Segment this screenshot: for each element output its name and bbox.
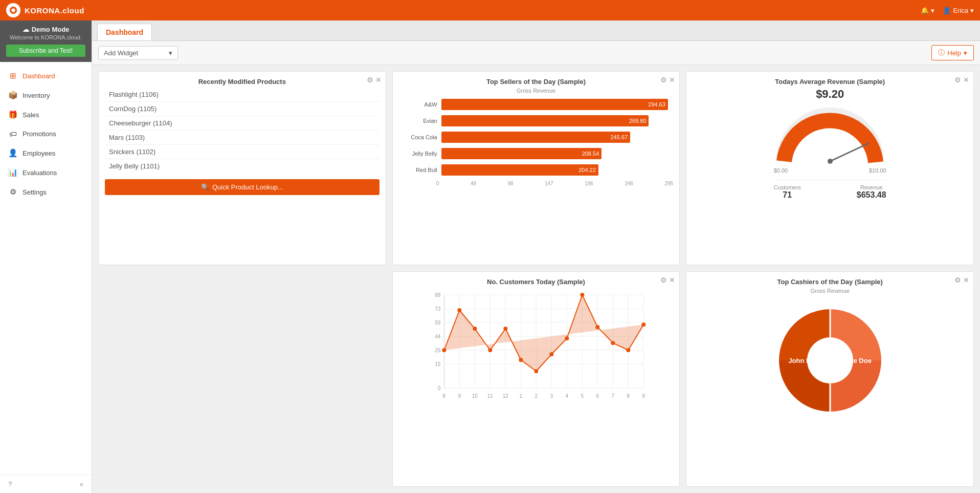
axis-label: 196 — [585, 181, 593, 186]
axis-label: 147 — [545, 181, 553, 186]
bar-container: 208.54 — [441, 148, 669, 159]
sidebar-label-settings: Settings — [23, 188, 47, 196]
svg-point-40 — [549, 352, 553, 356]
svg-point-43 — [595, 325, 599, 329]
bar-value: 208.54 — [582, 151, 599, 157]
sidebar-item-inventory[interactable]: 📦 Inventory — [0, 85, 92, 105]
sales-icon: 🎁 — [8, 110, 17, 119]
list-item: Flashlight (1106) — [105, 88, 380, 102]
bar-fill: 208.54 — [441, 148, 602, 159]
widget-topsellers-subtitle: Gross Revenue — [399, 88, 674, 94]
cloud-icon: ☁ — [23, 26, 29, 33]
widget-cashiers-settings[interactable]: ⚙ — [954, 276, 961, 284]
widget-customers: ⚙ ✕ No. Customers Today (Sample) 88 73 5… — [392, 271, 680, 487]
svg-point-36 — [488, 348, 492, 352]
user-arrow: ▾ — [970, 7, 974, 14]
sidebar-label-sales: Sales — [23, 111, 39, 119]
widget-top-cashiers: ⚙ ✕ Top Cashiers of the Day (Sample) Gro… — [686, 271, 974, 487]
notification-button[interactable]: 🔔 ▾ — [921, 7, 934, 14]
bar-fill: 245.67 — [441, 132, 630, 143]
sidebar-item-evaluations[interactable]: 📊 Evaluations — [0, 163, 92, 182]
gauge-container: $9.20 $0.00 $10.00 — [693, 88, 967, 200]
notification-arrow: ▾ — [931, 7, 934, 14]
svg-text:88: 88 — [435, 292, 441, 298]
bell-icon: 🔔 — [921, 7, 929, 14]
quick-lookup-label: Quick Product Lookup... — [212, 183, 283, 191]
widget-recent-title: Recently Modified Products — [105, 78, 380, 85]
svg-point-39 — [534, 369, 538, 373]
widget-revenue-close[interactable]: ✕ — [963, 76, 969, 84]
collapse-button[interactable]: « — [80, 480, 83, 488]
widget-revenue: ⚙ ✕ Todays Average Revenue (Sample) $9.2… — [686, 71, 974, 265]
widget-revenue-title: Todays Average Revenue (Sample) — [693, 78, 967, 85]
gauge-svg — [774, 105, 886, 166]
bar-label: Evian — [404, 118, 437, 124]
dashboard-icon: ⊞ — [8, 71, 17, 80]
svg-point-3 — [828, 159, 833, 164]
help-button[interactable]: ⓘ Help ▾ — [931, 45, 974, 60]
svg-text:5: 5 — [581, 393, 584, 399]
promotions-icon: 🏷 — [8, 130, 17, 138]
axis-label: 246 — [625, 181, 633, 186]
widget-topsellers-title: Top Sellers of the Day (Sample) — [399, 78, 674, 85]
widget-cashiers-subtitle: Gross Revenue — [693, 288, 967, 294]
sidebar-label-inventory: Inventory — [23, 92, 50, 99]
sidebar-label-employees: Employees — [23, 149, 55, 157]
widget-recent-settings[interactable]: ⚙ — [367, 76, 373, 84]
user-menu-button[interactable]: 👤 Erica ▾ — [943, 7, 974, 14]
sidebar-item-sales[interactable]: 🎁 Sales — [0, 105, 92, 124]
bar-fill: 204.22 — [441, 164, 598, 176]
tab-dashboard[interactable]: Dashboard — [97, 24, 152, 40]
demo-title: ☁ Demo Mode — [6, 26, 85, 33]
revenue-stat: Revenue $653.48 — [857, 184, 886, 200]
widget-recent-close[interactable]: ✕ — [375, 76, 382, 84]
add-widget-label: Add Widget — [104, 49, 138, 57]
svg-text:7: 7 — [611, 393, 614, 399]
main-layout: ☁ Demo Mode Welcome to KORONA.cloud. Sub… — [0, 20, 980, 493]
help-label: Help — [947, 49, 961, 57]
sidebar-label-promotions: Promotions — [23, 130, 56, 138]
bar-row: Coca Cola 245.67 — [404, 132, 669, 143]
sidebar-item-promotions[interactable]: 🏷 Promotions — [0, 124, 92, 143]
help-button[interactable]: ? — [8, 480, 12, 488]
axis-label: 0 — [436, 181, 439, 186]
bar-row: Jelly Belly 208.54 — [404, 148, 669, 159]
employees-icon: 👤 — [8, 148, 17, 158]
widget-topsellers-settings[interactable]: ⚙ — [660, 76, 667, 84]
widget-cashiers-close[interactable]: ✕ — [963, 276, 969, 284]
user-icon: 👤 — [943, 7, 951, 14]
list-item: CornDog (1105) — [105, 102, 380, 116]
widget-customers-settings[interactable]: ⚙ — [660, 276, 667, 284]
quick-lookup-button[interactable]: 🔍 Quick Product Lookup... — [105, 179, 380, 195]
list-item: Mars (1103) — [105, 131, 380, 145]
svg-point-34 — [457, 308, 461, 312]
svg-text:59: 59 — [435, 320, 441, 326]
widget-customers-close[interactable]: ✕ — [669, 276, 675, 284]
sidebar-item-dashboard[interactable]: ⊞ Dashboard — [0, 66, 92, 85]
svg-point-1 — [11, 8, 15, 12]
bar-container: 269.80 — [441, 115, 669, 126]
add-widget-arrow: ▾ — [169, 49, 172, 57]
bar-label: A&W — [404, 101, 437, 108]
help-circle-icon: ⓘ — [938, 48, 945, 57]
gauge-value: $9.20 — [816, 88, 844, 101]
bar-fill: 269.80 — [441, 115, 649, 126]
widget-recent-products: ⚙ ✕ Recently Modified Products Flashligh… — [98, 71, 386, 265]
sidebar-item-employees[interactable]: 👤 Employees — [0, 143, 92, 163]
svg-point-37 — [503, 327, 507, 331]
svg-text:9: 9 — [458, 393, 461, 399]
header-left: KORONA.cloud — [6, 3, 84, 17]
widget-customers-controls: ⚙ ✕ — [660, 276, 675, 284]
widget-revenue-settings[interactable]: ⚙ — [954, 76, 961, 84]
help-arrow: ▾ — [964, 49, 967, 57]
settings-icon: ⚙ — [8, 187, 17, 197]
sidebar-item-settings[interactable]: ⚙ Settings — [0, 182, 92, 202]
bar-value: 269.80 — [629, 118, 647, 124]
add-widget-dropdown[interactable]: Add Widget ▾ — [98, 46, 178, 60]
svg-text:2: 2 — [534, 393, 538, 399]
subscribe-button[interactable]: Subscribe and Test! — [6, 45, 85, 57]
widget-customers-title: No. Customers Today (Sample) — [399, 278, 674, 286]
widget-topsellers-close[interactable]: ✕ — [669, 76, 675, 84]
search-icon: 🔍 — [201, 183, 209, 191]
svg-text:0: 0 — [437, 385, 440, 391]
